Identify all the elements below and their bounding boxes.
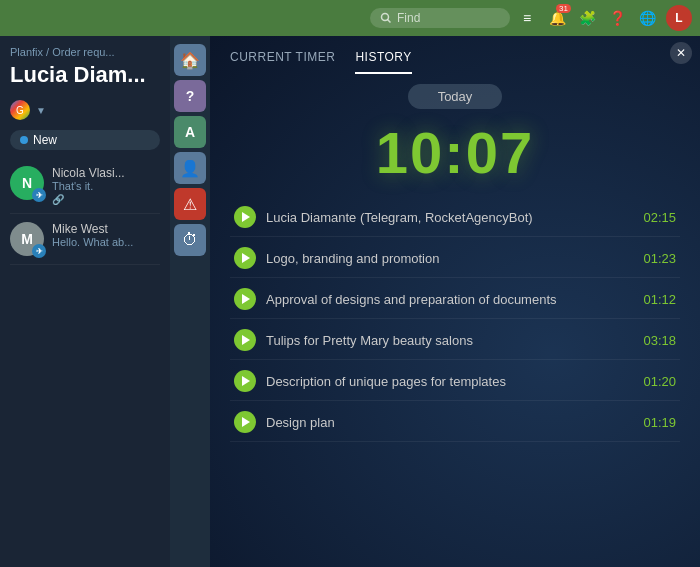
top-bar: ≡ 🔔 31 🧩 ❓ 🌐 L [0, 0, 700, 36]
main-content: ✕ CURRENT TIMER HISTORY Today 10:07 Luci… [210, 36, 700, 567]
chat-content: Nicola Vlasi... That's it. 🔗 [52, 166, 160, 205]
timer-label: Design plan [266, 415, 633, 430]
list-item[interactable]: N ✈ Nicola Vlasi... That's it. 🔗 [10, 158, 160, 214]
timer-content: Today 10:07 Lucia Diamante (Telegram, Ro… [210, 74, 700, 452]
chat-icon-row: 🔗 [52, 194, 160, 205]
timer-duration: 03:18 [643, 333, 676, 348]
tab-history[interactable]: HISTORY [355, 50, 411, 74]
list-item[interactable]: Logo, branding and promotion 01:23 [230, 239, 680, 278]
play-icon [242, 294, 250, 304]
list-item[interactable]: Lucia Diamante (Telegram, RocketAgencyBo… [230, 198, 680, 237]
search-icon [380, 12, 392, 24]
breadcrumb: Planfix / Order requ... [10, 46, 160, 58]
today-pill: Today [230, 84, 680, 109]
nav-home-icon[interactable]: 🏠 [174, 44, 206, 76]
link-icon: 🔗 [52, 194, 64, 205]
svg-line-1 [388, 20, 391, 23]
list-item[interactable]: Approval of designs and preparation of d… [230, 280, 680, 319]
google-icon: G [10, 100, 30, 120]
avatar: N ✈ [10, 166, 44, 200]
play-icon [242, 253, 250, 263]
globe-icon[interactable]: 🌐 [636, 7, 658, 29]
play-button[interactable] [234, 288, 256, 310]
status-dot [20, 136, 28, 144]
play-button[interactable] [234, 206, 256, 228]
icon-nav: 🏠 ? A 👤 ⚠ ⏱ [170, 36, 210, 567]
status-row: G ▼ [10, 100, 160, 120]
timer-label: Approval of designs and preparation of d… [266, 292, 633, 307]
nav-person-icon[interactable]: 👤 [174, 152, 206, 184]
left-sidebar: Planfix / Order requ... Lucia Diam... G … [0, 36, 170, 567]
timer-duration: 02:15 [643, 210, 676, 225]
main-layout: Planfix / Order requ... Lucia Diam... G … [0, 36, 700, 567]
timer-list: Lucia Diamante (Telegram, RocketAgencyBo… [230, 198, 680, 442]
list-item[interactable]: Tulips for Pretty Mary beauty salons 03:… [230, 321, 680, 360]
chat-name: Nicola Vlasi... [52, 166, 160, 180]
puzzle-icon[interactable]: 🧩 [576, 7, 598, 29]
chat-name: Mike West [52, 222, 160, 236]
help-icon[interactable]: ❓ [606, 7, 628, 29]
timer-label: Lucia Diamante (Telegram, RocketAgencyBo… [266, 210, 633, 225]
bell-icon[interactable]: 🔔 31 [546, 7, 568, 29]
play-icon [242, 417, 250, 427]
timer-label: Logo, branding and promotion [266, 251, 633, 266]
nav-question-icon[interactable]: ? [174, 80, 206, 112]
play-button[interactable] [234, 329, 256, 351]
svg-point-0 [382, 14, 389, 21]
big-timer-display: 10:07 [230, 119, 680, 186]
dropdown-arrow-icon: ▼ [36, 105, 46, 116]
timer-duration: 01:20 [643, 374, 676, 389]
play-button[interactable] [234, 247, 256, 269]
play-button[interactable] [234, 411, 256, 433]
play-icon [242, 376, 250, 386]
sidebar-title: Lucia Diam... [10, 62, 160, 88]
chat-preview: That's it. [52, 180, 160, 192]
status-label: New [33, 133, 57, 147]
list-item[interactable]: M ✈ Mike West Hello. What ab... [10, 214, 160, 265]
timer-duration: 01:19 [643, 415, 676, 430]
close-button[interactable]: ✕ [670, 42, 692, 64]
today-label: Today [408, 84, 503, 109]
top-icons: ≡ 🔔 31 🧩 ❓ 🌐 L [516, 5, 692, 31]
tab-current-timer[interactable]: CURRENT TIMER [230, 50, 335, 74]
chat-list: N ✈ Nicola Vlasi... That's it. 🔗 M ✈ [10, 158, 160, 265]
timer-label: Description of unique pages for template… [266, 374, 633, 389]
nav-text-icon[interactable]: A [174, 116, 206, 148]
avatar: M ✈ [10, 222, 44, 256]
play-button[interactable] [234, 370, 256, 392]
search-input[interactable] [397, 11, 487, 25]
chat-preview: Hello. What ab... [52, 236, 160, 248]
timer-label: Tulips for Pretty Mary beauty salons [266, 333, 633, 348]
telegram-badge-icon: ✈ [32, 188, 46, 202]
notification-badge: 31 [556, 4, 571, 13]
timer-duration: 01:12 [643, 292, 676, 307]
list-item[interactable]: Design plan 01:19 [230, 403, 680, 442]
chat-content: Mike West Hello. What ab... [52, 222, 160, 248]
tabs: CURRENT TIMER HISTORY [210, 36, 700, 74]
list-item[interactable]: Description of unique pages for template… [230, 362, 680, 401]
telegram-badge-icon: ✈ [32, 244, 46, 258]
menu-icon[interactable]: ≡ [516, 7, 538, 29]
play-icon [242, 212, 250, 222]
nav-timer-icon[interactable]: ⏱ [174, 224, 206, 256]
status-badge[interactable]: New [10, 130, 160, 150]
nav-warning-icon[interactable]: ⚠ [174, 188, 206, 220]
timer-duration: 01:23 [643, 251, 676, 266]
avatar[interactable]: L [666, 5, 692, 31]
search-box[interactable] [370, 8, 510, 28]
play-icon [242, 335, 250, 345]
